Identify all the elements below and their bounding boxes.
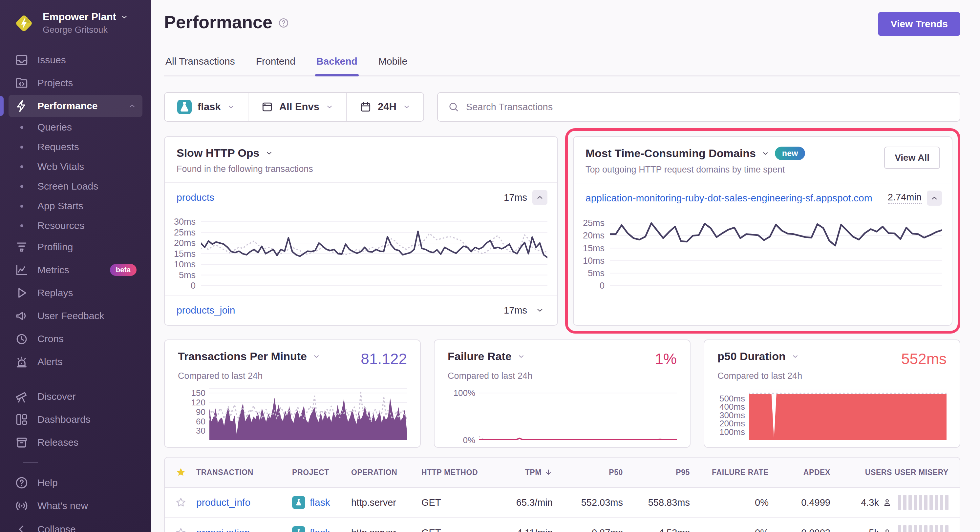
sidebar-item-releases[interactable]: Releases (8, 431, 142, 454)
transaction-link[interactable]: organization (196, 527, 292, 532)
expand-row-button[interactable] (532, 303, 547, 318)
col-apdex[interactable]: APDEX (768, 468, 830, 477)
sidebar-item-crons[interactable]: Crons (8, 328, 142, 350)
col-project[interactable]: PROJECT (292, 468, 351, 477)
project-link[interactable]: flask (310, 527, 330, 532)
bullet-icon (20, 146, 23, 149)
sidebar-item-app-starts[interactable]: App Starts (8, 197, 142, 216)
sidebar-item-user-feedback[interactable]: User Feedback (8, 305, 142, 327)
chevron-down-icon[interactable] (517, 352, 525, 361)
sidebar-item-projects[interactable]: Projects (8, 72, 142, 94)
sidebar-item-issues[interactable]: Issues (8, 49, 142, 71)
project-filter[interactable]: flask (165, 93, 248, 121)
transactions-table: TRANSACTION PROJECT OPERATION HTTP METHO… (164, 457, 960, 532)
y-tick-label: 0 (600, 281, 605, 291)
chevron-down-icon[interactable] (761, 149, 770, 158)
col-tpm[interactable]: TPM (486, 468, 553, 477)
sidebar-item-label: Alerts (37, 356, 63, 367)
table-row[interactable]: product_infoflaskhttp.serverGET65.3/min5… (165, 488, 960, 518)
slow-http-ops-subtitle: Found in the following transactions (177, 164, 546, 174)
org-switcher[interactable]: Empower Plant George Gritsouk (0, 0, 151, 44)
star-row-icon[interactable] (175, 497, 186, 508)
chevron-down-icon[interactable] (312, 352, 321, 361)
sidebar-item-resources[interactable]: Resources (8, 216, 142, 235)
sidebar-item-alerts[interactable]: Alerts (8, 351, 142, 373)
chevron-down-icon[interactable] (791, 352, 800, 361)
help-icon[interactable] (278, 17, 290, 29)
operation-cell: http.server (351, 527, 422, 532)
sidebar-item-queries[interactable]: Queries (8, 118, 142, 137)
apdex-cell: 0.9903 (768, 527, 830, 532)
sidebar-item-web-vitals[interactable]: Web Vitals (8, 157, 142, 176)
tab-frontend[interactable]: Frontend (255, 56, 297, 75)
collapse-label: Collapse (37, 524, 76, 532)
table-row[interactable]: organizationflaskhttp.serverGET4.11/min0… (165, 518, 960, 532)
p50-duration-title[interactable]: p50 Duration (718, 350, 786, 363)
sidebar-item-dashboards[interactable]: Dashboards (8, 408, 142, 430)
y-tick-label: 0 (191, 281, 196, 291)
col-failure-rate[interactable]: FAILURE RATE (690, 468, 768, 477)
sidebar-nav: IssuesProjectsPerformanceQueriesRequests… (0, 44, 151, 518)
col-p50[interactable]: P50 (553, 468, 623, 477)
products-link[interactable]: products (177, 192, 214, 203)
domain-link[interactable]: application-monitoring-ruby-dot-sales-en… (585, 192, 872, 204)
y-tick-label: 100ms (719, 427, 745, 437)
tab-all-transactions[interactable]: All Transactions (164, 56, 236, 75)
p50-duration-card: p50 Duration 552ms Compared to last 24h … (704, 340, 960, 448)
date-range-filter[interactable]: 24H (347, 93, 423, 121)
sidebar-item-discover[interactable]: Discover (8, 385, 142, 408)
search-input[interactable] (466, 102, 950, 113)
sidebar-item-profiling[interactable]: Profiling (8, 236, 142, 258)
performance-icon (14, 99, 29, 113)
sidebar-item-screen-loads[interactable]: Screen Loads (8, 177, 142, 196)
y-tick-label: 15ms (583, 243, 605, 253)
products-join-link[interactable]: products_join (177, 305, 235, 316)
project-link[interactable]: flask (310, 497, 330, 508)
chevron-down-icon (227, 103, 235, 111)
view-all-button[interactable]: View All (884, 147, 940, 169)
col-http-method[interactable]: HTTP METHOD (422, 468, 486, 477)
collapse-row-button[interactable] (532, 190, 547, 205)
sidebar-collapse-button[interactable]: Collapse (8, 518, 142, 532)
tab-backend[interactable]: Backend (315, 56, 359, 75)
domain-row: application-monitoring-ruby-dot-sales-en… (574, 183, 952, 213)
tab-mobile[interactable]: Mobile (377, 56, 409, 75)
tpm-subtitle: Compared to last 24h (178, 371, 407, 381)
chevron-down-icon (535, 306, 544, 315)
transaction-link[interactable]: product_info (196, 497, 292, 508)
p50-area-chart (749, 388, 947, 440)
sidebar-item-requests[interactable]: Requests (8, 137, 142, 156)
collapse-row-button[interactable] (927, 191, 942, 206)
col-transaction[interactable]: TRANSACTION (196, 468, 292, 477)
sidebar-item-label: Profiling (37, 241, 73, 253)
col-operation[interactable]: OPERATION (351, 468, 422, 477)
failure-rate-title[interactable]: Failure Rate (448, 350, 512, 363)
most-time-consuming-domains-panel: Most Time-Consuming Domains new Top outg… (573, 136, 953, 326)
sidebar-item-help[interactable]: Help (8, 472, 142, 494)
sidebar-item-what-s-new[interactable]: What's new (8, 495, 142, 517)
chevron-up-icon (128, 102, 137, 110)
col-user-misery[interactable]: USER MISERY (892, 468, 948, 477)
col-p95[interactable]: P95 (623, 468, 690, 477)
tpm-title[interactable]: Transactions Per Minute (178, 350, 307, 363)
domains-title[interactable]: Most Time-Consuming Domains (585, 147, 756, 160)
domain-duration[interactable]: 2.74min (888, 192, 921, 204)
sidebar-item-replays[interactable]: Replays (8, 282, 142, 304)
star-header-icon[interactable] (175, 467, 186, 478)
view-trends-button[interactable]: View Trends (878, 12, 960, 36)
environment-icon (261, 101, 274, 113)
sidebar-item-performance[interactable]: Performance (8, 95, 142, 117)
sidebar-item-metrics[interactable]: Metricsbeta (8, 259, 142, 281)
sidebar-item-label: Replays (37, 287, 73, 299)
dashboards-icon (14, 412, 29, 427)
search-transactions-input[interactable] (437, 92, 960, 122)
sidebar-item-label: Web Vitals (37, 161, 84, 172)
y-tick-label: 15ms (174, 249, 196, 259)
slow-http-ops-title[interactable]: Slow HTTP Ops (177, 147, 259, 159)
environment-filter[interactable]: All Envs (248, 93, 346, 121)
col-users[interactable]: USERS (830, 468, 892, 477)
star-row-icon[interactable] (175, 527, 186, 532)
releases-icon (14, 435, 29, 450)
chevron-up-icon (930, 194, 939, 203)
chevron-down-icon[interactable] (265, 149, 274, 157)
